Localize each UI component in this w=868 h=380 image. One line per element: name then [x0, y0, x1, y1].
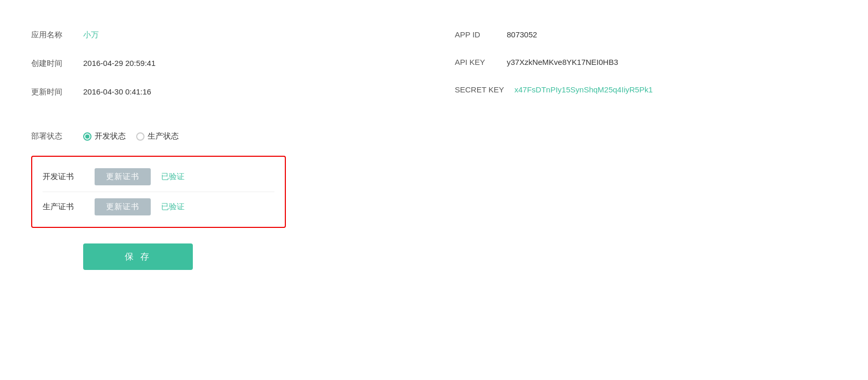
cert-box: 开发证书 更新证书 已验证 生产证书 更新证书 已验证 [31, 156, 286, 228]
api-key-value: y37XzkNeMKve8YK17NEI0HB3 [507, 58, 618, 66]
deploy-option-prod[interactable]: 生产状态 [136, 131, 179, 141]
app-id-label: APP ID [455, 30, 496, 39]
cert-prod-row: 生产证书 更新证书 已验证 [43, 192, 274, 222]
created-value: 2016-04-29 20:59:41 [83, 59, 155, 67]
deploy-radio-group: 开发状态 生产状态 [83, 131, 179, 141]
cert-prod-update-button[interactable]: 更新证书 [95, 198, 151, 215]
cert-dev-update-button[interactable]: 更新证书 [95, 168, 151, 185]
deploy-option-dev[interactable]: 开发状态 [83, 131, 126, 141]
secret-key-label: SECRET KEY [455, 85, 504, 94]
app-name-label: 应用名称 [31, 30, 73, 40]
api-key-label: API KEY [455, 58, 496, 66]
deploy-label: 部署状态 [31, 131, 73, 141]
save-btn-row: 保 存 [83, 243, 837, 270]
cert-prod-status: 已验证 [161, 202, 185, 212]
cert-prod-label: 生产证书 [43, 202, 84, 212]
radio-dev-circle [83, 132, 91, 141]
radio-prod-circle [136, 132, 144, 141]
cert-dev-status: 已验证 [161, 172, 185, 182]
app-id-value: 8073052 [507, 30, 537, 39]
created-label: 创建时间 [31, 59, 73, 69]
save-button[interactable]: 保 存 [83, 243, 193, 270]
deploy-prod-label: 生产状态 [148, 131, 179, 141]
app-name-value: 小万 [83, 30, 99, 40]
deploy-dev-label: 开发状态 [95, 131, 126, 141]
updated-value: 2016-04-30 0:41:16 [83, 87, 151, 96]
cert-dev-label: 开发证书 [43, 172, 84, 182]
secret-key-value[interactable]: x47FsDTnPIy15SynShqM25q4IiyR5Pk1 [515, 85, 653, 94]
updated-label: 更新时间 [31, 87, 73, 97]
cert-dev-row: 开发证书 更新证书 已验证 [43, 162, 274, 192]
